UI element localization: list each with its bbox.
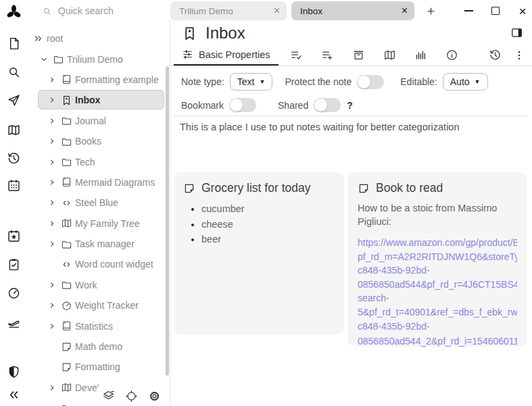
folder-icon [53,53,64,65]
expand-arrow-icon[interactable] [45,280,59,290]
search-button[interactable] [0,62,27,81]
maximize-icon [491,7,500,15]
close-icon: × [518,5,526,18]
expand-arrow-icon[interactable] [45,219,59,228]
layers-button[interactable] [102,390,115,403]
card-title-book[interactable]: Book to read [376,181,443,195]
recent-changes-button[interactable] [0,149,27,168]
travel-button[interactable] [0,312,27,331]
link-line[interactable]: 0856850ad544_2&pf_rd_i=154606011↗ [358,333,517,347]
protected-session-button[interactable] [0,362,27,381]
tree-item-weight-tracker[interactable]: Weight Tracker [27,295,166,315]
tree-item-root[interactable]: root [27,28,166,49]
note-revisions-button[interactable] [489,49,502,61]
expand-arrow-icon[interactable] [45,75,59,84]
target-icon [125,390,138,403]
expand-arrow-icon[interactable] [45,239,59,249]
tab-close-icon[interactable]: × [274,5,280,16]
quick-search-input[interactable]: Quick search [27,0,170,22]
tab-basic-properties[interactable]: Basic Properties [174,45,279,66]
expand-arrow-icon[interactable] [45,301,59,310]
expand-arrow-icon[interactable] [45,383,59,392]
link-line[interactable]: https://www.amazon.com/gp/product/B [358,236,517,250]
protect-note-toggle[interactable] [357,75,384,89]
jump-to-note-button[interactable] [0,91,27,109]
collapse-tree-button[interactable] [0,385,27,404]
tree-item-formatting[interactable]: Formatting [27,357,166,377]
calendar-star-button[interactable] [0,226,27,245]
tree-item-math-demo[interactable]: Math demo [27,336,166,357]
basket-button[interactable] [352,49,365,61]
link-line[interactable]: 5&pf_rd_t=40901&ref_=dbs_f_ebk_rwt_s [358,305,517,320]
tree-item-task-manager[interactable]: Task manager [27,234,166,254]
tree-item-tech[interactable]: Tech [27,151,166,172]
shared-toggle[interactable] [314,98,341,112]
expand-arrow-icon[interactable] [45,322,59,331]
expand-arrow-icon[interactable] [45,95,59,105]
link-line[interactable]: c848-435b-92bd- [358,320,517,334]
bookmark-icon [61,95,72,106]
tree-item-journal[interactable]: Journal [27,111,166,131]
new-tab-button[interactable] [422,1,439,20]
tree-item-my-family-tree[interactable]: My Family Tree [27,213,166,234]
settings-button[interactable] [148,390,161,403]
inherited-attributes-button[interactable] [321,49,334,61]
note-size-button[interactable] [414,49,427,61]
minimize-button[interactable] [463,5,474,16]
close-window-button[interactable]: × [517,5,528,16]
tab-inbox[interactable]: Inbox× [291,1,414,20]
collapse-icon [7,388,21,402]
link-line[interactable]: c848-435b-92bd- [358,263,517,278]
note-paths-button[interactable] [383,49,396,61]
chevron-right-icon [47,75,57,84]
card-title-grocery[interactable]: Grocery list for today [201,181,310,195]
link-line[interactable]: pf_rd_m=A2R2RITDJNW1Q6&storeType= [358,250,517,264]
tree-item-statistics[interactable]: Statistics [27,315,166,336]
note-title[interactable]: Inbox [205,24,245,43]
shared-help-link[interactable]: ? [347,100,353,111]
tree-item-steel-blue[interactable]: Steel Blue [27,193,166,213]
owned-attributes-button[interactable] [290,49,303,61]
note-info-button[interactable] [445,49,458,61]
locate-note-button[interactable] [125,390,138,403]
maximize-button[interactable] [490,5,501,16]
link-line[interactable]: 0856850ad544&pf_rd_r=4J6CT15BS4X86 [358,278,517,292]
chevron-right-icon [47,198,57,207]
history-icon [489,49,502,61]
expand-arrow-icon[interactable] [31,33,45,44]
bookmark-toggle[interactable] [229,98,256,112]
calendar-button[interactable] [0,176,27,195]
more-options-button[interactable] [513,49,525,61]
tree-item-mermaid-diagrams[interactable]: Mermaid Diagrams [27,172,166,193]
expand-arrow-icon[interactable] [45,136,59,146]
clipboard-check-icon [7,257,21,272]
note-map-button[interactable] [0,120,27,139]
expand-arrow-icon[interactable] [45,116,59,126]
expand-arrow-icon[interactable] [37,55,51,64]
tree-item-word-count-widget[interactable]: Word count widget [27,254,166,274]
tab-close-icon[interactable]: × [402,5,408,16]
note-intro-text[interactable]: This is a place I use to put notes waiti… [180,122,525,132]
tab-trilium-demo[interactable]: Trilium Demo× [170,1,287,20]
link-line[interactable]: search- [358,291,517,305]
expand-arrow-icon[interactable] [45,178,59,187]
tree-item-formatting-example[interactable]: Formatting example [27,70,166,90]
task-manager-button[interactable] [0,255,27,274]
dashboard-button[interactable] [0,283,27,302]
expand-arrow-icon[interactable] [45,198,59,207]
tree-item-books[interactable]: Books [27,131,166,151]
tree-item-label: Journal [75,116,106,126]
create-split-icon[interactable] [510,26,523,39]
tree-item-work[interactable]: Work [27,275,166,295]
note-type-select[interactable]: Text ▼ [230,73,273,91]
amazon-link[interactable]: https://www.amazon.com/gp/product/Bpf_rd… [358,236,517,347]
new-note-button[interactable] [0,34,27,53]
tree-item-inbox[interactable]: Inbox [27,90,166,110]
tree-item-trilium-demo[interactable]: Trilium Demo [27,49,166,69]
editable-select[interactable]: Auto ▼ [443,73,488,91]
tab-list: Trilium Demo×Inbox× [170,0,414,20]
tree-scrollbar[interactable] [166,66,169,376]
launcher-bar [0,0,27,406]
expand-arrow-icon[interactable] [45,157,59,167]
folder-icon [59,238,74,250]
